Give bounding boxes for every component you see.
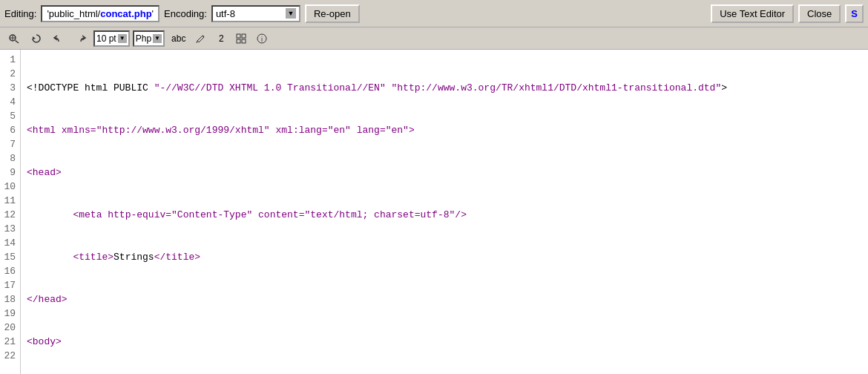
top-bar: Editing: 'public_html/concat.php' Encodi… (0, 0, 868, 27)
svg-line-1 (16, 40, 19, 43)
close-button[interactable]: Close (798, 4, 841, 23)
file-path: 'public_html/concat.php' (41, 5, 160, 22)
code-line-1: <!DOCTYPE html PUBLIC "-//W3C//DTD XHTML… (27, 81, 862, 95)
svg-rect-9 (242, 39, 246, 43)
code-line-3: <head> (27, 165, 862, 180)
code-line-6: </head> (27, 292, 862, 306)
file-end: ' (152, 8, 154, 19)
language-select[interactable]: Php ▼ (133, 30, 165, 47)
svg-rect-7 (242, 34, 246, 38)
number-icon: 2 (219, 33, 224, 44)
redo-button[interactable] (71, 30, 91, 47)
spellcheck-icon: abc (171, 33, 185, 44)
font-size-value: 10 pt (96, 33, 116, 44)
number-button[interactable]: 2 (213, 30, 229, 47)
encoding-dropdown-arrow[interactable]: ▼ (286, 8, 296, 19)
refresh-button[interactable] (27, 30, 46, 47)
file-dir: 'public_html/ (47, 8, 100, 19)
use-text-editor-button[interactable]: Use Text Editor (711, 4, 794, 23)
grid-button[interactable] (232, 30, 250, 47)
svg-rect-8 (237, 39, 240, 43)
svg-rect-6 (237, 34, 240, 38)
line-numbers: 1 2 3 4 5 6 7 8 9 10 11 12 13 14 15 16 1… (0, 50, 21, 374)
language-value: Php (136, 33, 151, 44)
font-size-select[interactable]: 10 pt ▼ (93, 30, 130, 47)
encoding-label: Encoding: (164, 8, 207, 19)
code-editor[interactable]: <!DOCTYPE html PUBLIC "-//W3C//DTD XHTML… (21, 50, 868, 374)
pencil-icon (196, 33, 206, 44)
file-name: concat.php (100, 8, 151, 19)
editor-area: 1 2 3 4 5 6 7 8 9 10 11 12 13 14 15 16 1… (0, 50, 868, 374)
language-dropdown[interactable]: ▼ (153, 34, 162, 43)
scroll-button[interactable]: S (845, 4, 864, 23)
find-icon (8, 33, 20, 44)
code-line-4: <meta http-equiv="Content-Type" content=… (27, 208, 862, 222)
redo-icon (75, 33, 87, 44)
code-line-5: <title>Strings</title> (27, 250, 862, 264)
info-icon: i (257, 33, 267, 44)
reopen-button[interactable]: Re-open (305, 4, 360, 23)
info-button[interactable]: i (253, 30, 271, 47)
font-size-dropdown[interactable]: ▼ (118, 34, 127, 43)
pencil-button[interactable] (192, 30, 210, 47)
toolbar: 10 pt ▼ Php ▼ abc 2 i (0, 27, 868, 50)
editing-label: Editing: (4, 8, 36, 19)
find-button[interactable] (4, 30, 24, 47)
undo-button[interactable] (49, 30, 68, 47)
svg-marker-4 (33, 36, 36, 39)
code-line-2: <html xmlns="http://www.w3.org/1999/xhtm… (27, 123, 862, 137)
spellcheck-button[interactable]: abc (168, 30, 189, 47)
code-line-7: <body> (27, 335, 862, 349)
encoding-select[interactable]: utf-8 ▼ (211, 5, 300, 22)
svg-text:i: i (261, 36, 263, 43)
undo-icon (53, 33, 65, 44)
grid-icon (236, 33, 246, 44)
encoding-value: utf-8 (216, 8, 283, 19)
refresh-icon (30, 33, 42, 44)
svg-line-5 (197, 41, 197, 43)
